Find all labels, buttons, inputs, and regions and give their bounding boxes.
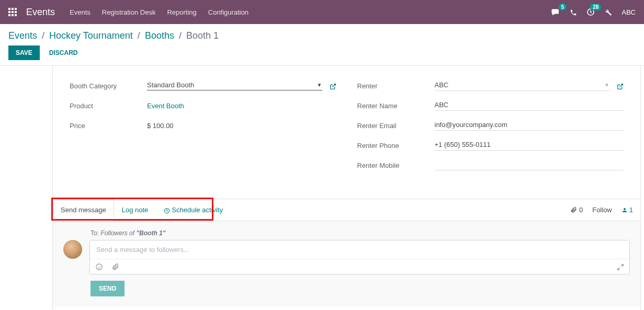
- avatar: [63, 240, 82, 259]
- clock-icon: [164, 206, 170, 214]
- save-button[interactable]: SAVE: [8, 45, 40, 60]
- apps-icon[interactable]: [8, 8, 17, 16]
- product-link[interactable]: Event Booth: [147, 102, 336, 110]
- tab-schedule-activity[interactable]: Schedule activity: [156, 199, 231, 221]
- nav-reporting[interactable]: Reporting: [167, 8, 196, 16]
- renter-mobile-label: Renter Mobile: [357, 162, 435, 169]
- renter-email-label: Renter Email: [357, 122, 435, 130]
- renter-select[interactable]: ABC ▼: [435, 81, 610, 91]
- nav-configuration[interactable]: Configuration: [208, 8, 248, 16]
- tab-send-message[interactable]: Send message: [53, 199, 114, 221]
- emoji-icon[interactable]: [95, 262, 103, 271]
- nav-user[interactable]: ABC: [622, 8, 636, 16]
- today-label: Today: [53, 307, 640, 310]
- chevron-down-icon[interactable]: ▼: [604, 82, 609, 88]
- breadcrumb-current: Booth 1: [186, 30, 219, 41]
- send-button[interactable]: SEND: [91, 281, 125, 296]
- breadcrumb-booths[interactable]: Booths: [145, 30, 174, 41]
- attachments-button[interactable]: 0: [570, 206, 583, 214]
- product-label: Product: [70, 102, 147, 110]
- follow-button[interactable]: Follow: [592, 206, 612, 214]
- tab-log-note[interactable]: Log note: [114, 199, 156, 221]
- phone-icon[interactable]: [570, 8, 577, 16]
- expand-icon[interactable]: [617, 262, 624, 271]
- compose-to: To: Followers of "Booth 1": [91, 229, 630, 237]
- external-link-icon[interactable]: [617, 82, 624, 89]
- message-input[interactable]: [90, 240, 629, 259]
- renter-name-input[interactable]: ABC: [435, 100, 624, 111]
- followers-button[interactable]: 1: [622, 206, 633, 214]
- breadcrumb-event[interactable]: Hockey Tournament: [49, 30, 133, 41]
- price-label: Price: [70, 122, 147, 130]
- renter-mobile-input[interactable]: [435, 160, 624, 170]
- tools-icon[interactable]: [604, 8, 612, 16]
- form-sheet: Booth Category Standard Booth ▼ Product …: [52, 66, 641, 310]
- activity-badge: 28: [590, 4, 601, 10]
- attach-icon[interactable]: [111, 262, 119, 271]
- discard-button[interactable]: DISCARD: [42, 45, 85, 60]
- breadcrumb-events[interactable]: Events: [8, 30, 37, 41]
- svg-point-2: [96, 264, 102, 270]
- renter-name-label: Renter Name: [357, 102, 435, 110]
- renter-phone-input[interactable]: +1 (650) 555-0111: [435, 140, 624, 151]
- booth-category-select[interactable]: Standard Booth ▼: [147, 81, 322, 90]
- renter-phone-label: Renter Phone: [357, 142, 435, 150]
- nav-events[interactable]: Events: [70, 8, 91, 16]
- chat-icon[interactable]: 5: [551, 8, 560, 16]
- chat-badge: 5: [559, 4, 567, 10]
- renter-label: Renter: [357, 82, 435, 90]
- renter-email-input[interactable]: info@yourcompany.com: [435, 120, 624, 131]
- brand: Events: [26, 7, 55, 18]
- price-value: $ 100.00: [147, 122, 336, 130]
- breadcrumb: Events / Hockey Tournament / Booths / Bo…: [8, 30, 636, 41]
- booth-category-label: Booth Category: [70, 82, 147, 90]
- activity-icon[interactable]: 28: [586, 8, 595, 17]
- navbar: Events Events Registration Desk Reportin…: [0, 0, 644, 24]
- nav-registration-desk[interactable]: Registration Desk: [102, 8, 156, 16]
- chevron-down-icon[interactable]: ▼: [317, 82, 322, 88]
- external-link-icon[interactable]: [330, 82, 336, 89]
